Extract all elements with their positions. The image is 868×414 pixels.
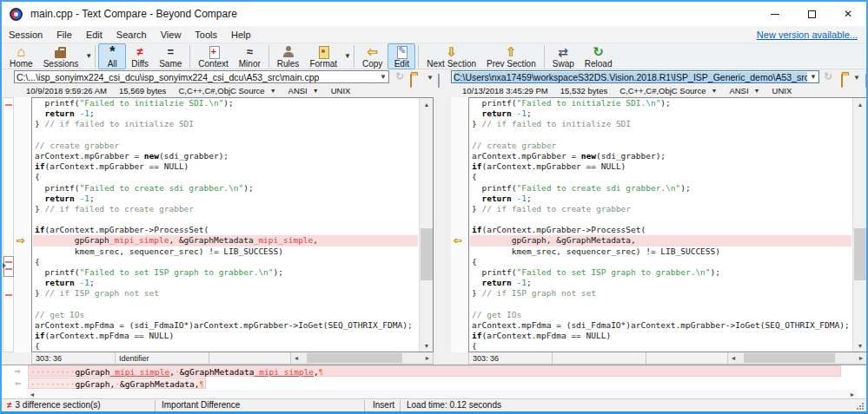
code-line[interactable]: return -1; bbox=[33, 194, 418, 204]
scroll-right-icon[interactable]: ► bbox=[847, 390, 858, 398]
code-line[interactable]: kmem_srec, sequencer_srec) != LIB_SUCCES… bbox=[470, 246, 851, 257]
code-line[interactable]: } // if failed to create grabber bbox=[470, 204, 851, 214]
code-line[interactable]: printf("Failed to set ISP graph to grabb… bbox=[33, 267, 418, 278]
format-dropdown-icon[interactable]: ▼ bbox=[344, 52, 351, 60]
code-line[interactable]: } // if ISP graph not set bbox=[470, 288, 851, 299]
code-line[interactable]: { bbox=[470, 341, 851, 352]
toolbar-button-same[interactable]: Same bbox=[154, 43, 187, 69]
right-encoding-select[interactable]: ANSI bbox=[729, 86, 748, 95]
code-line[interactable]: printf("Failed to initialzie SDI.\n"); bbox=[33, 98, 418, 108]
code-line[interactable]: } // if failed to initialize SDI bbox=[470, 119, 851, 129]
toolbar-button-sessions[interactable]: Sessions bbox=[38, 43, 84, 69]
left-format-select[interactable]: C,C++,C#,ObjC Source bbox=[178, 86, 264, 95]
code-line[interactable]: printf("Failed to set ISP graph to grabb… bbox=[470, 267, 851, 278]
scrollbar-thumb[interactable] bbox=[307, 353, 402, 363]
right-horizontal-scrollbar[interactable]: ◄ ► bbox=[728, 352, 866, 364]
left-code-pane[interactable]: printf("Failed to initialzie SDI.\n"); r… bbox=[31, 97, 434, 352]
maximize-button[interactable] bbox=[793, 2, 830, 26]
code-line[interactable]: { bbox=[33, 341, 418, 352]
scroll-left-icon[interactable]: ◄ bbox=[291, 352, 301, 364]
code-line[interactable]: } // if failed to initialize SDI bbox=[33, 119, 418, 129]
resize-grip[interactable] bbox=[856, 402, 865, 411]
new-version-link[interactable]: New version available... bbox=[757, 30, 858, 40]
menu-item-view[interactable]: View bbox=[154, 28, 189, 42]
code-line[interactable]: { bbox=[33, 257, 418, 267]
code-line[interactable]: { bbox=[470, 257, 851, 267]
code-line[interactable]: return -1; bbox=[470, 108, 851, 119]
code-line[interactable]: if(arContext.mpGrabber->ProcessSet( bbox=[470, 225, 851, 235]
scroll-left-icon[interactable]: ◄ bbox=[27, 390, 37, 398]
scroll-up-icon[interactable]: ▲ bbox=[853, 98, 867, 110]
code-line[interactable]: if(arContext.mpGrabber->ProcessSet( bbox=[33, 225, 418, 235]
code-line[interactable]: printf("Failed to create sdi grabber.\n"… bbox=[33, 183, 418, 194]
code-line[interactable]: } // if ISP graph not set bbox=[33, 288, 418, 299]
code-line[interactable]: printf("Failed to create sdi grabber.\n"… bbox=[470, 183, 851, 194]
toolbar-button-all[interactable]: All bbox=[98, 43, 126, 69]
code-line[interactable] bbox=[470, 214, 851, 225]
right-format-select[interactable]: C,C++,C#,ObjC Source bbox=[620, 86, 706, 95]
code-line[interactable] bbox=[33, 214, 418, 225]
code-line[interactable]: arContext.mpFdma = (sdi_FdmaIO*)arContex… bbox=[470, 320, 851, 331]
detail-horizontal-scrollbar[interactable]: ◄ ► bbox=[27, 390, 858, 398]
code-line[interactable]: arContext.mpGrabber = new(sdi_grabber); bbox=[33, 151, 418, 161]
menu-item-search[interactable]: Search bbox=[109, 28, 154, 42]
code-line[interactable]: printf("Failed to initialzie SDI.\n"); bbox=[470, 98, 851, 108]
scroll-left-icon[interactable]: ◄ bbox=[728, 352, 739, 364]
toolbar-button-prev-section[interactable]: Prev Section bbox=[481, 43, 541, 69]
left-path-combo[interactable]: C:\...\isp_sonyimx224_csi_dcu\isp_sonyim… bbox=[14, 70, 389, 83]
code-line[interactable]: return -1; bbox=[470, 194, 851, 204]
toolbar-button-next-section[interactable]: Next Section bbox=[421, 43, 481, 69]
code-line[interactable] bbox=[33, 299, 418, 310]
detail-row[interactable]: ⇦·········gpGraph,·&gGraphMetadata,¶ bbox=[3, 378, 206, 389]
scroll-right-icon[interactable]: ► bbox=[856, 352, 866, 364]
menu-item-help[interactable]: Help bbox=[224, 28, 258, 42]
scroll-down-icon[interactable]: ▼ bbox=[853, 339, 867, 352]
code-line[interactable]: { bbox=[470, 172, 851, 182]
toolbar-button-context[interactable]: Context bbox=[193, 43, 233, 69]
scrollbar-thumb[interactable] bbox=[744, 353, 835, 363]
code-line[interactable] bbox=[470, 130, 851, 141]
right-save-icon[interactable] bbox=[865, 74, 867, 88]
code-line[interactable]: // get IOs bbox=[470, 310, 851, 320]
menu-item-file[interactable]: File bbox=[50, 28, 79, 42]
toolbar-button-rules[interactable]: Rules bbox=[272, 43, 305, 69]
toolbar-button-minor[interactable]: Minor bbox=[234, 43, 266, 69]
scrollbar-thumb[interactable] bbox=[421, 228, 433, 280]
toolbar-button-diffs[interactable]: Diffs bbox=[126, 43, 154, 69]
chevron-down-icon[interactable]: ▼ bbox=[377, 73, 387, 81]
minimize-button[interactable] bbox=[757, 2, 793, 26]
toolbar-button-copy[interactable]: Copy bbox=[357, 43, 388, 69]
right-vertical-scrollbar[interactable]: ▲ ▼ bbox=[852, 98, 866, 352]
close-button[interactable]: ✕ bbox=[830, 2, 866, 26]
chevron-down-icon[interactable]: ▼ bbox=[807, 73, 817, 81]
toolbar-button-format[interactable]: Format bbox=[304, 43, 342, 69]
code-line[interactable]: if(arContext.mpFdma == NULL) bbox=[470, 331, 851, 341]
right-path-combo[interactable]: C:\Users\nxa17459\workspaceS32DS.Vision.… bbox=[451, 70, 819, 83]
code-line[interactable]: return -1; bbox=[33, 278, 418, 288]
code-line[interactable]: arContext.mpGrabber = new(sdi_grabber); bbox=[470, 151, 851, 161]
left-folder-dropdown-icon[interactable]: ▼ bbox=[427, 74, 434, 82]
code-line[interactable]: { bbox=[33, 172, 418, 182]
right-code-pane[interactable]: printf("Failed to initialzie SDI.\n"); r… bbox=[468, 97, 867, 352]
scroll-down-icon[interactable]: ▼ bbox=[420, 339, 434, 352]
detail-row[interactable]: ⇨·········gpGraph_mipi_simple,·&gGraphMe… bbox=[3, 365, 841, 377]
left-refresh-icon[interactable]: ↻ bbox=[395, 70, 404, 82]
scrollbar-thumb[interactable] bbox=[854, 228, 866, 280]
menu-item-session[interactable]: Session bbox=[2, 28, 50, 42]
scroll-right-icon[interactable]: ► bbox=[422, 352, 433, 364]
menu-item-edit[interactable]: Edit bbox=[79, 28, 109, 42]
right-refresh-icon[interactable]: ↻ bbox=[824, 70, 832, 82]
code-line[interactable]: if(arContext.mpGrabber == NULL) bbox=[33, 161, 418, 172]
code-line[interactable]: if(arContext.mpFdma == NULL) bbox=[33, 331, 418, 341]
left-save-icon[interactable] bbox=[438, 74, 440, 88]
right-open-folder-icon[interactable] bbox=[841, 74, 843, 88]
code-line[interactable]: if(arContext.mpGrabber == NULL) bbox=[470, 161, 851, 172]
left-vertical-scrollbar[interactable]: ▲ ▼ bbox=[419, 98, 433, 352]
code-line[interactable]: // create grabber bbox=[33, 141, 418, 151]
code-line[interactable]: kmem_srec, sequencer_srec) != LIB_SUCCES… bbox=[33, 246, 418, 257]
code-line[interactable] bbox=[470, 299, 851, 310]
sessions-dropdown-icon[interactable]: ▼ bbox=[85, 52, 92, 60]
overview-map[interactable] bbox=[3, 97, 14, 352]
code-line[interactable] bbox=[33, 130, 418, 141]
scroll-up-icon[interactable]: ▲ bbox=[420, 98, 434, 110]
